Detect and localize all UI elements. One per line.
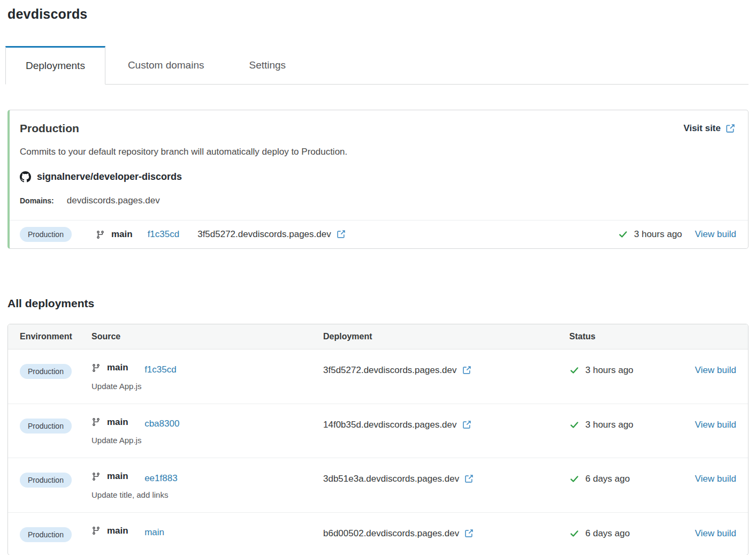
column-header-deployment: Deployment <box>323 332 569 341</box>
git-branch-icon <box>91 417 101 427</box>
view-build-link[interactable]: View build <box>695 474 736 484</box>
domains-value: devdiscords.pages.dev <box>67 195 160 206</box>
production-deployment-row: Production main f1c35cd 3f5d5272.devdisc… <box>10 220 748 248</box>
branch-name: main <box>107 417 128 428</box>
check-icon <box>569 366 579 375</box>
check-icon <box>569 529 579 538</box>
environment-badge: Production <box>20 419 72 434</box>
commit-link[interactable]: ee1f883 <box>144 473 177 483</box>
deployment-time: 3 hours ago <box>634 229 682 240</box>
commit-link[interactable]: f1c35cd <box>144 364 177 375</box>
check-icon <box>618 230 628 239</box>
commit-link[interactable]: cba8300 <box>144 419 179 429</box>
column-header-status: Status <box>569 332 736 341</box>
production-card-body: Production Visit site Commits to your de… <box>10 110 748 220</box>
deployment-time: 3 hours ago <box>585 420 633 430</box>
tab-settings[interactable]: Settings <box>226 46 308 84</box>
deployment-url: b6d00502.devdiscords.pages.dev <box>323 528 459 539</box>
domains-label: Domains: <box>20 196 54 205</box>
deployment-time: 3 hours ago <box>585 365 633 376</box>
github-icon <box>20 171 31 183</box>
git-branch-icon <box>96 230 105 239</box>
environment-badge: Production <box>20 227 72 242</box>
page-title: devdiscords <box>7 6 749 22</box>
external-link-icon[interactable] <box>462 420 471 430</box>
environment-badge: Production <box>20 473 72 488</box>
branch-name: main <box>107 362 128 373</box>
external-link-icon[interactable] <box>336 230 346 239</box>
external-link-icon[interactable] <box>462 366 471 375</box>
tab-deployments-label: Deployments <box>26 60 85 72</box>
production-card-title: Production <box>20 122 79 135</box>
deployment-time: 6 days ago <box>585 474 630 484</box>
deployment-time: 6 days ago <box>585 528 630 539</box>
git-branch-icon <box>91 526 101 535</box>
tab-settings-label: Settings <box>249 59 286 71</box>
git-branch-icon <box>91 472 101 481</box>
check-icon <box>569 421 579 429</box>
table-row: Production main main b6d00502.devdiscord… <box>8 513 748 555</box>
branch-name: main <box>111 229 133 240</box>
branch-name: main <box>107 526 128 536</box>
deployment-url: 3f5d5272.devdiscords.pages.dev <box>197 229 331 240</box>
deployments-table: Environment Source Deployment Status Pro… <box>7 324 749 555</box>
check-icon <box>569 475 579 483</box>
external-link-icon <box>725 124 735 134</box>
pages-project-page: devdiscords Deployments Custom domains S… <box>0 0 756 555</box>
commit-message: Update App.js <box>91 436 323 445</box>
commit-message: Update App.js <box>91 382 323 391</box>
tab-deployments[interactable]: Deployments <box>5 46 105 85</box>
commit-link[interactable]: main <box>144 527 164 537</box>
commit-message: Update title, add links <box>91 490 323 499</box>
column-header-environment: Environment <box>20 332 91 341</box>
view-build-link[interactable]: View build <box>695 420 736 430</box>
tab-bar: Deployments Custom domains Settings <box>5 46 749 85</box>
deployment-url: 3f5d5272.devdiscords.pages.dev <box>323 365 457 376</box>
view-build-link[interactable]: View build <box>695 229 736 240</box>
deployment-url: 3db51e3a.devdiscords.pages.dev <box>323 474 459 484</box>
column-header-source: Source <box>91 332 323 341</box>
table-header: Environment Source Deployment Status <box>8 324 748 349</box>
repository-name: signalnerve/developer-discords <box>37 171 182 183</box>
branch-name: main <box>107 471 128 482</box>
all-deployments-title: All deployments <box>7 297 749 310</box>
external-link-icon[interactable] <box>464 529 474 538</box>
visit-site-link[interactable]: Visit site <box>683 123 735 134</box>
environment-badge: Production <box>20 364 72 379</box>
visit-site-label: Visit site <box>683 123 721 134</box>
table-row: Production main cba8300 Update App.js 14… <box>8 404 748 459</box>
tab-custom-domains-label: Custom domains <box>128 59 204 71</box>
table-row: Production main f1c35cd Update App.js 3f… <box>8 349 748 404</box>
git-branch-icon <box>91 363 101 372</box>
tab-custom-domains[interactable]: Custom domains <box>105 46 227 84</box>
environment-badge: Production <box>20 527 72 542</box>
production-card: Production Visit site Commits to your de… <box>7 110 749 249</box>
table-row: Production main ee1f883 Update title, ad… <box>8 458 748 513</box>
external-link-icon[interactable] <box>464 474 474 484</box>
view-build-link[interactable]: View build <box>695 365 736 376</box>
view-build-link[interactable]: View build <box>695 528 736 539</box>
commit-link[interactable]: f1c35cd <box>148 229 180 240</box>
production-description: Commits to your default repository branc… <box>20 147 735 157</box>
deployment-url: 14f0b35d.devdiscords.pages.dev <box>323 420 457 430</box>
